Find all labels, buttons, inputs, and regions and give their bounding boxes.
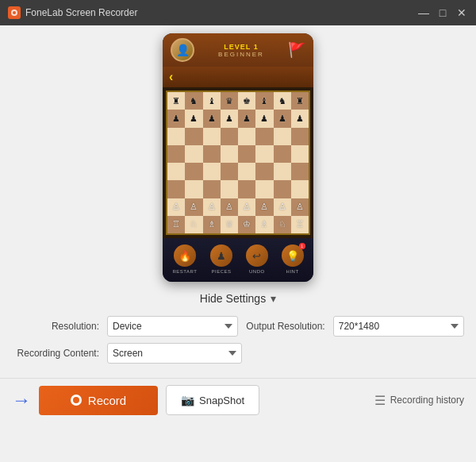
chess-cell: ♙ bbox=[203, 198, 221, 216]
chess-cell bbox=[255, 128, 273, 145]
chess-cell: ♟ bbox=[185, 110, 202, 127]
chess-cell bbox=[221, 128, 238, 145]
history-label: Recording history bbox=[390, 395, 464, 406]
record-label: Record bbox=[88, 394, 126, 407]
chess-piece: ♘ bbox=[190, 220, 198, 229]
output-resolution-label: Output Resolution: bbox=[246, 321, 324, 332]
app-title: FoneLab Screen Recorder bbox=[25, 7, 137, 18]
chess-piece: ♖ bbox=[296, 220, 304, 229]
chess-cell bbox=[167, 145, 185, 163]
chess-cell bbox=[221, 145, 238, 163]
hide-settings-bar[interactable]: Hide Settings ▾ bbox=[0, 286, 476, 311]
undo-icon: ↩ bbox=[246, 244, 268, 267]
level-text: LEVEL 1 bbox=[218, 43, 264, 51]
restart-label: RESTART bbox=[172, 269, 197, 274]
chess-cell bbox=[255, 180, 273, 198]
chess-cell bbox=[203, 163, 221, 180]
chess-cell bbox=[238, 145, 255, 163]
app-icon bbox=[8, 6, 21, 19]
chess-cell bbox=[291, 128, 309, 145]
chess-cell: ♙ bbox=[221, 198, 238, 216]
pieces-icon: ♟ bbox=[210, 244, 232, 267]
chess-piece: ♞ bbox=[278, 97, 286, 106]
chess-cell bbox=[203, 145, 221, 163]
preview-area: 👤 LEVEL 1 BEGINNER 🚩 ‹ ♜♞♝♛♚♝♞♜♟♟♟♟♟♟♟♟♙… bbox=[0, 25, 476, 286]
chess-cell: ♙ bbox=[255, 198, 273, 216]
chess-piece: ♗ bbox=[208, 220, 216, 229]
hint-button[interactable]: 💡 1 HINT bbox=[282, 244, 304, 274]
chess-piece: ♞ bbox=[190, 97, 198, 106]
game-level: LEVEL 1 BEGINNER bbox=[218, 43, 264, 58]
title-bar: FoneLab Screen Recorder — □ ✕ bbox=[0, 0, 476, 25]
chess-cell bbox=[274, 180, 291, 198]
chess-cell: ♙ bbox=[238, 198, 255, 216]
chess-cell: ♜ bbox=[167, 92, 185, 110]
chess-piece: ♟ bbox=[225, 114, 233, 123]
maximize-button[interactable]: □ bbox=[436, 6, 449, 19]
snapshot-button[interactable]: 📷 SnapShot bbox=[166, 385, 259, 415]
pieces-label: PIECES bbox=[212, 269, 232, 274]
chess-piece: ♟ bbox=[243, 114, 251, 123]
menu-icon: ☰ bbox=[374, 393, 386, 408]
chess-piece: ♙ bbox=[278, 202, 286, 211]
chess-cell bbox=[291, 180, 309, 198]
chess-cell: ♝ bbox=[203, 92, 221, 110]
output-resolution-select[interactable]: 720*1480 1080*1920 480*854 bbox=[333, 316, 464, 337]
record-dot bbox=[73, 397, 79, 403]
hint-badge: 1 bbox=[299, 243, 305, 249]
undo-button[interactable]: ↩ UNDO bbox=[246, 244, 268, 274]
window-controls: — □ ✕ bbox=[417, 6, 468, 19]
chess-cell bbox=[185, 145, 202, 163]
chess-cell bbox=[185, 180, 202, 198]
chess-cell bbox=[167, 163, 185, 180]
chess-piece: ♖ bbox=[172, 220, 180, 229]
recording-content-select[interactable]: Screen Window Webcam bbox=[107, 343, 242, 364]
chess-cell: ♖ bbox=[167, 216, 185, 233]
chess-piece: ♕ bbox=[225, 220, 233, 229]
chess-cell: ♟ bbox=[255, 110, 273, 127]
chess-piece: ♟ bbox=[172, 114, 180, 123]
chess-cell: ♙ bbox=[291, 198, 309, 216]
snapshot-label: SnapShot bbox=[199, 395, 244, 406]
chevron-down-icon: ▾ bbox=[271, 292, 276, 305]
chess-cell bbox=[238, 128, 255, 145]
resolution-select[interactable]: Device 1080p 720p 480p bbox=[107, 316, 238, 337]
back-button[interactable]: ‹ bbox=[169, 70, 173, 84]
chess-piece: ♝ bbox=[208, 97, 216, 106]
chess-cell: ♞ bbox=[274, 92, 291, 110]
minimize-button[interactable]: — bbox=[417, 6, 430, 19]
player-avatar: 👤 bbox=[171, 38, 194, 62]
chess-cell: ♟ bbox=[291, 110, 309, 127]
recording-history-button[interactable]: ☰ Recording history bbox=[374, 393, 464, 408]
chess-board: ♜♞♝♛♚♝♞♜♟♟♟♟♟♟♟♟♙♙♙♙♙♙♙♙♖♘♗♕♔♗♘♖ bbox=[166, 90, 310, 235]
settings-panel: Resolution: Device 1080p 720p 480p Outpu… bbox=[0, 311, 476, 378]
chess-cell: ♙ bbox=[185, 198, 202, 216]
close-button[interactable]: ✕ bbox=[455, 6, 468, 19]
chess-cell bbox=[238, 163, 255, 180]
chess-piece: ♟ bbox=[208, 114, 216, 123]
pieces-button[interactable]: ♟ PIECES bbox=[210, 244, 232, 274]
chess-cell bbox=[255, 145, 273, 163]
chess-piece: ♜ bbox=[296, 97, 304, 106]
main-content: 👤 LEVEL 1 BEGINNER 🚩 ‹ ♜♞♝♛♚♝♞♜♟♟♟♟♟♟♟♟♙… bbox=[0, 25, 476, 462]
hint-label: HINT bbox=[286, 269, 299, 274]
chess-cell bbox=[238, 180, 255, 198]
chess-cell bbox=[203, 180, 221, 198]
chess-cell: ♟ bbox=[167, 110, 185, 127]
chess-cell: ♟ bbox=[238, 110, 255, 127]
record-button[interactable]: Record bbox=[39, 386, 158, 415]
chess-cell bbox=[167, 180, 185, 198]
record-icon bbox=[71, 395, 82, 406]
hide-settings-label: Hide Settings bbox=[200, 292, 266, 305]
title-bar-left: FoneLab Screen Recorder bbox=[8, 6, 137, 19]
restart-button[interactable]: 🔥 RESTART bbox=[172, 244, 197, 274]
recording-content-label: Recording Content: bbox=[12, 348, 99, 359]
chess-cell bbox=[221, 180, 238, 198]
chess-cell bbox=[255, 163, 273, 180]
chess-cell: ♖ bbox=[291, 216, 309, 233]
chess-cell: ♚ bbox=[238, 92, 255, 110]
resolution-label: Resolution: bbox=[12, 321, 99, 332]
chess-cell: ♟ bbox=[221, 110, 238, 127]
chess-piece: ♛ bbox=[225, 97, 233, 106]
chess-piece: ♘ bbox=[278, 220, 286, 229]
